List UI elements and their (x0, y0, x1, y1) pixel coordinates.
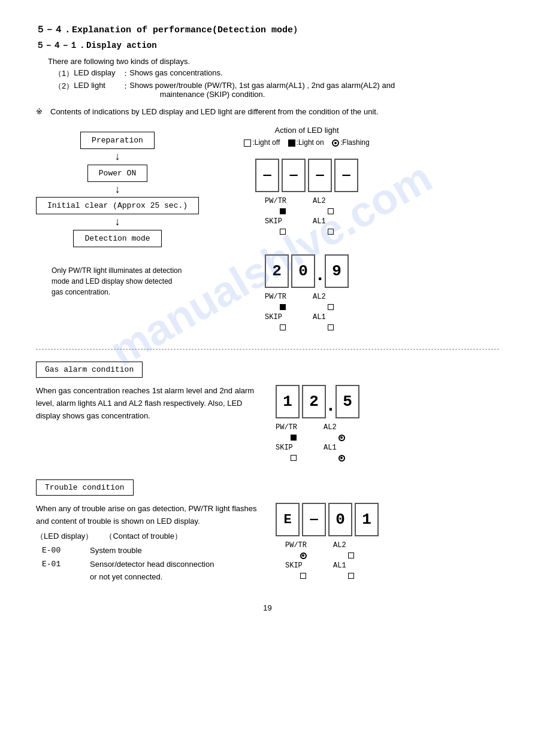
seven-seg-row-e01: E — 0 1 (276, 503, 379, 536)
pw-tr-sym-3 (276, 433, 312, 442)
preparation-box: Preparation (80, 132, 155, 149)
pw-tr-label-4: PW/TR (285, 541, 321, 549)
al2-sym-1 (313, 207, 349, 216)
seg-d2: 0 (291, 254, 315, 288)
section-title: ５－４．Explanation of performance(Detection… (36, 24, 499, 35)
al2-sym-3 (324, 433, 359, 442)
skip-label-4: SKIP (285, 561, 321, 570)
seven-seg-row-dashes: — — — — (255, 159, 358, 192)
detection-mode-box: Detection mode (73, 230, 161, 247)
pw-tr-sym-1 (265, 207, 301, 216)
trouble-item-0: E-00 System trouble (42, 545, 258, 557)
note-text: Contents of indications by LED display a… (50, 107, 379, 116)
seg-g2: 2 (302, 385, 326, 418)
led-light-item: （2） LED light ： Shows power/trouble (PW/… (54, 81, 499, 99)
pw-tr-label-2: PW/TR (265, 293, 301, 301)
seg-t3: 0 (328, 503, 352, 536)
item-colon: ： (122, 68, 129, 79)
sub-title: ５－４－１．Display action (36, 40, 499, 51)
trouble-code-0: E-00 (42, 545, 72, 557)
trouble-display: E — 0 1 PW/TR AL2 SKIP AL1 (276, 503, 379, 581)
trouble-list: E-00 System trouble E-01 Sensor/detector… (42, 545, 258, 583)
al2-label-2: AL2 (313, 293, 349, 301)
led-indicators-1: PW/TR AL2 SKIP AL1 (265, 197, 349, 236)
skip-label-2: SKIP (265, 313, 301, 321)
trouble-code-1: E-01 (42, 558, 72, 584)
al2-label-4: AL2 (333, 541, 369, 549)
intro-text: There are following two kinds of display… (48, 57, 499, 66)
initial-clear-display: — — — — PW/TR AL2 SKIP AL1 (255, 159, 358, 236)
seg-2: — (282, 159, 306, 192)
al2-sym-2 (313, 302, 349, 312)
trouble-text-block: When any of trouble arise on gas detecti… (36, 503, 258, 585)
item-label: LED light (74, 81, 122, 90)
skip-sym-1 (265, 227, 301, 236)
seg-3: — (308, 159, 332, 192)
led-indicators-2: PW/TR AL2 SKIP AL1 (265, 293, 349, 332)
seg-t1: E (276, 503, 300, 536)
seg-t4: 1 (355, 503, 379, 536)
page-number: 19 (36, 603, 499, 612)
pw-tr-label-3: PW/TR (276, 423, 312, 432)
led-section: Action of LED light :Light off :Light on… (217, 126, 397, 337)
gas-alarm-display: 1 2 . 5 PW/TR AL2 SKIP AL1 (276, 385, 359, 463)
seven-seg-row-125: 1 2 . 5 (276, 385, 359, 418)
al2-label-3: AL2 (324, 423, 359, 432)
trouble-content: When any of trouble arise on gas detecti… (36, 503, 499, 585)
gas-alarm-content: When gas concentration reaches 1st alarm… (36, 385, 499, 467)
note: ※ Contents of indications by LED display… (36, 107, 499, 116)
led-action-title: Action of LED light (217, 126, 397, 135)
trouble-section: Trouble condition When any of trouble ar… (36, 479, 499, 585)
item-num: （2） (54, 81, 74, 92)
initial-clear-box: Initial clear (Approx 25 sec.) (36, 197, 199, 214)
section-divider-1 (36, 349, 499, 350)
power-on-box: Power ON (87, 165, 147, 182)
al1-label-1: AL1 (313, 217, 349, 226)
trouble-contact-label: （Contact of trouble） (105, 530, 182, 543)
arrow-2: ↓ (115, 183, 120, 196)
note-mark: ※ (36, 107, 48, 116)
led-indicators-4: PW/TR AL2 SKIP AL1 (285, 541, 369, 581)
legend-filled-symbol: :Light on (288, 138, 324, 147)
al1-sym-4 (333, 571, 369, 581)
trouble-desc-0: System trouble (90, 545, 142, 557)
skip-sym-4 (285, 571, 321, 581)
seg-4: — (334, 159, 358, 192)
pw-tr-sym-4 (285, 551, 321, 560)
led-display-item: （1） LED display ： Shows gas concentratio… (54, 68, 499, 79)
gas-alarm-text: When gas concentration reaches 1st alarm… (36, 385, 258, 422)
trouble-title: Trouble condition (36, 479, 134, 496)
seg-d3: 9 (325, 254, 349, 288)
al2-label-1: AL2 (313, 197, 349, 205)
skip-label-1: SKIP (265, 217, 301, 226)
led-indicators-3: PW/TR AL2 SKIP AL1 (276, 423, 359, 463)
pw-tr-label-1: PW/TR (265, 197, 301, 205)
gas-alarm-title: Gas alarm condition (36, 362, 143, 378)
seg-1: — (255, 159, 279, 192)
gas-alarm-section: Gas alarm condition When gas concentrati… (36, 362, 499, 467)
item-colon: ： (122, 81, 129, 92)
item-text: Shows power/trouble (PW/TR), 1st gas ala… (129, 81, 395, 99)
item-text: Shows gas concentrations. (129, 68, 222, 79)
seg-g3: 5 (335, 385, 359, 418)
al1-label-4: AL1 (333, 561, 369, 570)
skip-sym-3 (276, 453, 312, 463)
legend-empty-symbol: :Light off (244, 138, 280, 147)
pw-tr-sym-2 (265, 302, 301, 312)
trouble-desc-1: Sensor/detector head disconnectionor not… (90, 558, 214, 584)
item-label: LED display (74, 68, 122, 79)
led-legend: :Light off :Light on :Flashing (217, 138, 397, 147)
arrow-1: ↓ (115, 150, 120, 163)
seg-dot-g: . (328, 385, 333, 418)
arrow-3: ↓ (115, 215, 120, 229)
legend-circle-symbol: :Flashing (332, 138, 370, 147)
seven-seg-row-209: 2 0 . 9 (265, 254, 349, 288)
detection-note: Only PW/TR light illuminates at detectio… (52, 265, 183, 297)
item-num: （1） (54, 68, 74, 79)
diagram-section: Preparation ↓ Power ON ↓ Initial clear (… (36, 126, 499, 337)
detection-display: 2 0 . 9 PW/TR AL2 SKIP AL1 (265, 254, 349, 332)
al1-label-2: AL1 (313, 313, 349, 321)
al1-sym-1 (313, 227, 349, 236)
seg-d1: 2 (265, 254, 289, 288)
al1-sym-2 (313, 323, 349, 332)
